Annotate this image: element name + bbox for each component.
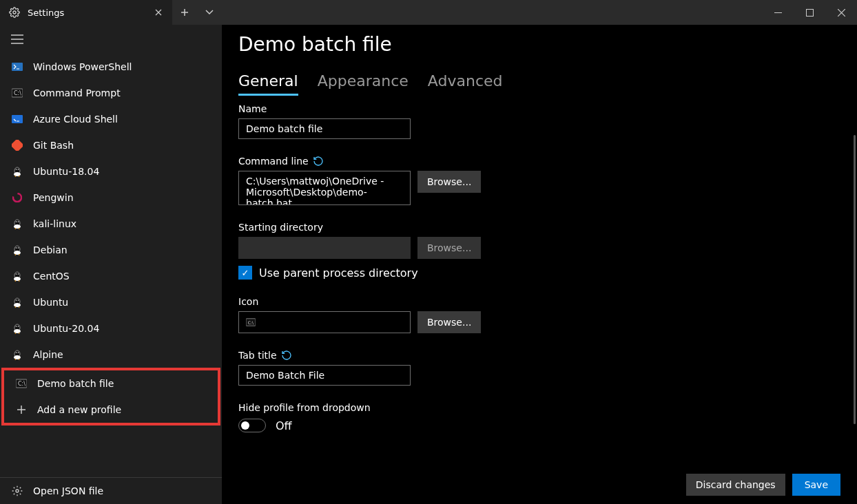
tux-icon (11, 348, 23, 361)
svg-point-23 (18, 273, 19, 275)
svg-point-18 (16, 247, 17, 249)
pengwin-icon (11, 191, 23, 204)
tab-general[interactable]: General (238, 72, 298, 96)
starting-directory-input (238, 237, 411, 259)
svg-point-17 (14, 251, 21, 255)
plus-icon (15, 403, 28, 416)
sidebar-item-open-json-file[interactable]: Open JSON file (0, 478, 222, 504)
save-button[interactable]: Save (792, 474, 840, 496)
sidebar-item-label: Ubuntu (33, 297, 68, 308)
close-tab-button[interactable] (152, 6, 165, 19)
cmd-icon: C:\ (11, 87, 23, 99)
field-tab-title: Tab title (238, 350, 836, 386)
sidebar-item-git-bash[interactable]: Git Bash (0, 132, 222, 158)
svg-point-29 (14, 329, 21, 333)
tab-advanced[interactable]: Advanced (428, 72, 503, 96)
sidebar-item-windows-powershell[interactable]: Windows PowerShell (0, 54, 222, 80)
highlighted-profiles: C:\ Demo batch file Add a new profile (1, 368, 220, 426)
page-title: Demo batch file (238, 33, 836, 56)
sidebar-item-demo-batch-file[interactable]: C:\ Demo batch file (4, 370, 218, 397)
svg-point-25 (14, 303, 21, 307)
svg-point-33 (14, 355, 21, 359)
sidebar-item-azure-cloud-shell[interactable]: Azure Cloud Shell (0, 106, 222, 132)
svg-point-11 (13, 193, 21, 202)
svg-point-35 (18, 352, 19, 353)
name-input[interactable] (238, 118, 411, 139)
svg-rect-1 (806, 9, 813, 16)
tux-icon (11, 270, 23, 282)
reset-icon[interactable] (281, 350, 292, 361)
svg-point-22 (16, 273, 17, 275)
sidebar-item-label: Debian (33, 244, 68, 255)
svg-point-26 (16, 300, 17, 301)
sidebar-item-ubuntu-18-04[interactable]: Ubuntu-18.04 (0, 158, 222, 185)
minimize-button[interactable] (762, 0, 794, 25)
svg-point-13 (14, 224, 21, 229)
field-icon: Icon C:\ Browse... (238, 296, 836, 333)
field-hide-profile: Hide profile from dropdown Off (238, 402, 836, 432)
field-name: Name (238, 103, 836, 139)
sidebar-item-pengwin[interactable]: Pengwin (0, 185, 222, 211)
sidebar-item-command-prompt[interactable]: C:\ Command Prompt (0, 80, 222, 106)
tux-icon (11, 322, 23, 335)
field-command-line: Command line Browse... (238, 156, 836, 205)
sidebar-item-alpine[interactable]: Alpine (0, 342, 222, 368)
tux-icon (11, 218, 23, 230)
sidebar-item-add-new-profile[interactable]: Add a new profile (4, 397, 218, 423)
browse-icon-button[interactable]: Browse... (417, 311, 481, 333)
cmd-icon: C:\ (15, 377, 28, 390)
tab-title: Settings (28, 8, 145, 18)
gear-icon (8, 6, 21, 19)
tab-dropdown-button[interactable] (197, 0, 222, 25)
close-window-button[interactable] (825, 0, 857, 25)
hamburger-menu-button[interactable] (0, 25, 222, 54)
hide-profile-toggle[interactable] (238, 419, 266, 432)
svg-point-10 (18, 169, 19, 170)
window-titlebar: Settings (0, 0, 857, 25)
svg-point-34 (16, 352, 17, 353)
maximize-button[interactable] (794, 0, 825, 25)
gear-icon (11, 485, 23, 497)
sidebar-item-label: Git Bash (33, 140, 74, 151)
icon-input[interactable]: C:\ (238, 311, 411, 333)
toggle-state: Off (276, 419, 292, 432)
settings-content: Demo batch file General Appearance Advan… (222, 25, 857, 504)
use-parent-process-checkbox[interactable]: ✓ (238, 266, 252, 280)
discard-changes-button[interactable]: Discard changes (686, 474, 785, 496)
svg-rect-2 (12, 63, 23, 71)
tux-icon (11, 244, 23, 256)
tab-title-input[interactable] (238, 365, 411, 386)
new-tab-button[interactable] (172, 0, 197, 25)
svg-point-9 (16, 169, 17, 170)
sidebar-item-label: Windows PowerShell (33, 61, 132, 72)
svg-point-31 (18, 326, 19, 327)
sidebar-item-kali-linux[interactable]: kali-linux (0, 211, 222, 237)
sidebar-item-label: Command Prompt (33, 87, 121, 98)
svg-point-8 (14, 172, 21, 176)
settings-tab[interactable]: Settings (0, 0, 172, 25)
name-label: Name (238, 103, 836, 114)
svg-point-30 (16, 326, 17, 327)
footer-actions: Discard changes Save (238, 464, 840, 496)
command-line-input[interactable] (238, 171, 411, 205)
sidebar-item-label: Alpine (33, 349, 63, 360)
sidebar-item-label: CentOS (33, 271, 70, 282)
field-starting-directory: Starting directory Browse... ✓ Use paren… (238, 222, 836, 280)
sidebar-item-centos[interactable]: CentOS (0, 263, 222, 289)
sidebar-item-debian[interactable]: Debian (0, 237, 222, 263)
sidebar-item-label: Azure Cloud Shell (33, 114, 118, 125)
svg-text:C:\: C:\ (248, 320, 254, 325)
browse-starting-directory-button: Browse... (417, 237, 481, 259)
reset-icon[interactable] (313, 156, 324, 167)
sidebar-item-label: Ubuntu-18.04 (33, 166, 99, 177)
scrollbar[interactable] (854, 135, 856, 424)
svg-point-21 (14, 277, 21, 281)
git-icon (11, 139, 23, 151)
sidebar-item-ubuntu[interactable]: Ubuntu (0, 289, 222, 315)
tab-appearance[interactable]: Appearance (318, 72, 409, 96)
browse-command-line-button[interactable]: Browse... (417, 171, 481, 193)
svg-point-38 (16, 490, 19, 492)
svg-text:C:\: C:\ (14, 90, 21, 96)
sidebar-item-ubuntu-20-04[interactable]: Ubuntu-20.04 (0, 315, 222, 342)
sidebar-item-label: Pengwin (33, 192, 74, 203)
